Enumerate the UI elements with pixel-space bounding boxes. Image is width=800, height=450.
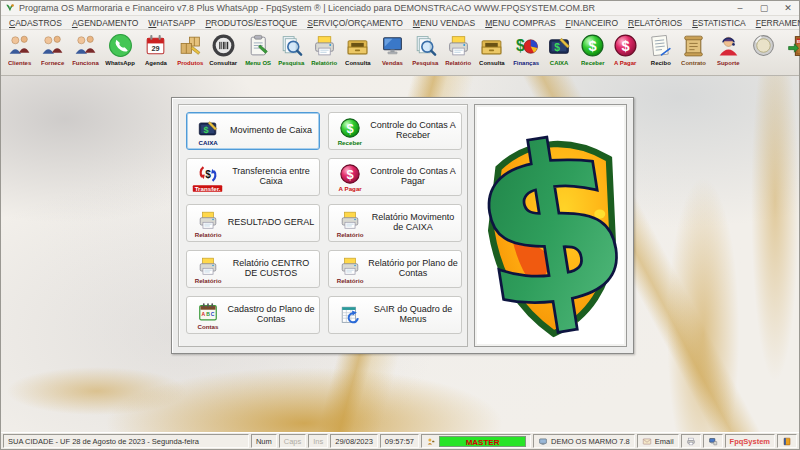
support-agent-icon xyxy=(716,33,741,58)
receivable-dollar-icon xyxy=(338,117,362,139)
svg-text:$: $ xyxy=(482,111,620,341)
calendar-icon xyxy=(143,33,168,58)
window-title: Programa OS Marmoraria e Financeiro v7.8… xyxy=(19,3,727,13)
toolbar-whatsapp-button[interactable]: WhatsApp xyxy=(104,31,137,74)
toolbar-a-pagar-button[interactable]: A Pagar xyxy=(609,31,642,74)
menu-agendamento[interactable]: AGENDAMENTO xyxy=(67,18,143,28)
menu-vendas[interactable]: MENU VENDAS xyxy=(408,18,480,28)
status-system-version: DEMO OS MARMO 7.8 xyxy=(533,434,635,448)
resultado-geral-button[interactable]: Relatório RESULTADO GERAL xyxy=(186,204,320,242)
finance-pie-icon xyxy=(514,33,539,58)
payable-dollar-icon xyxy=(613,33,638,58)
barcode-icon xyxy=(211,33,236,58)
close-button[interactable]: ✕ xyxy=(781,2,795,15)
menu-financeiro[interactable]: FINANCEIRO xyxy=(561,18,623,28)
user-key-icon xyxy=(426,437,436,446)
menu-compras[interactable]: MENU COMPRAS xyxy=(480,18,560,28)
whatsapp-icon xyxy=(108,33,133,58)
contas-a-receber-button[interactable]: Receber Controle do Contas A Receber xyxy=(328,112,462,150)
monitor-icon xyxy=(380,33,405,58)
clients-icon xyxy=(7,33,32,58)
toolbar-consultar-button[interactable]: Consultar xyxy=(207,31,240,74)
menu-buttons-panel: CAIXA Movimento de Caixa Receber Control… xyxy=(178,104,468,347)
cash-ledger-icon xyxy=(196,117,220,139)
file-drawer-icon xyxy=(479,33,504,58)
toolbar-caixa-button[interactable]: CAIXA xyxy=(543,31,576,74)
system-icon xyxy=(538,437,548,446)
suppliers-icon xyxy=(40,33,65,58)
help-book-icon xyxy=(782,437,792,446)
toolbar-os-pesquisa-button[interactable]: Pesquisa xyxy=(275,31,308,74)
search-icon xyxy=(413,33,438,58)
toolbar-produtos-button[interactable]: Produtos xyxy=(174,31,207,74)
report-printer-icon xyxy=(446,33,471,58)
toolbar-clientes-button[interactable]: Clientes xyxy=(3,31,36,74)
contract-scroll-icon xyxy=(681,33,706,58)
report-printer-icon xyxy=(338,209,362,231)
toolbar-menu-os-button[interactable]: Menu OS xyxy=(242,31,275,74)
toolbar-financas-button[interactable]: Finanças xyxy=(510,31,543,74)
toolbar-contrato-button[interactable]: Contrato xyxy=(677,31,710,74)
menu-whatsapp[interactable]: WHATSAPP xyxy=(143,18,200,28)
report-printer-icon xyxy=(338,255,362,277)
menu-ferramentas[interactable]: FERRAMENTAS xyxy=(751,18,800,28)
menubar: CADASTROS AGENDAMENTO WHATSAPP PRODUTOS/… xyxy=(1,16,799,30)
toolbar-vendas-pesquisa-button[interactable]: Pesquisa xyxy=(409,31,442,74)
receipt-icon xyxy=(648,33,673,58)
menu-relatorios[interactable]: RELATÓRIOS xyxy=(623,18,687,28)
printer-icon xyxy=(686,437,696,446)
status-caps-lock: Caps xyxy=(279,434,307,448)
movimento-de-caixa-button[interactable]: CAIXA Movimento de Caixa xyxy=(186,112,320,150)
email-icon xyxy=(642,437,652,446)
menu-servico-orcamento[interactable]: SERVIÇO/ORÇAMENTO xyxy=(302,18,408,28)
order-clipboard-icon xyxy=(246,33,271,58)
status-location: SUA CIDADE - UF 28 de Agosto de 2023 - S… xyxy=(3,434,249,448)
report-printer-icon xyxy=(196,255,220,277)
contas-a-pagar-button[interactable]: A Pagar Controle do Contas A Pagar xyxy=(328,158,462,196)
status-brand: FpqSystem xyxy=(725,434,775,448)
toolbar-suporte-button[interactable]: Suporte xyxy=(712,31,745,74)
toolbar-vendas-relatorio-button[interactable]: Relatório xyxy=(442,31,475,74)
status-insert: Ins xyxy=(308,434,328,448)
status-printer[interactable] xyxy=(681,434,701,448)
toolbar-recibo-button[interactable]: Recibo xyxy=(644,31,677,74)
toolbar-os-relatorio-button[interactable]: Relatório xyxy=(308,31,341,74)
app-logo-icon xyxy=(5,3,15,13)
status-date: 29/08/2023 xyxy=(330,434,378,448)
cadastro-plano-de-contas-button[interactable]: Contas Cadastro do Plano de Contas xyxy=(186,296,320,334)
toolbar-fornecedores-button[interactable]: Fornece xyxy=(36,31,69,74)
menu-estatistica[interactable]: ESTATISTICA xyxy=(687,18,751,28)
relatorio-plano-de-contas-button[interactable]: Relatório Relatório por Plano de Contas xyxy=(328,250,462,288)
status-email[interactable]: Email xyxy=(637,434,679,448)
relatorio-movimento-caixa-button[interactable]: Relatório Relatório Movimento de CAIXA xyxy=(328,204,462,242)
client-area: CAIXA Movimento de Caixa Receber Control… xyxy=(1,76,799,434)
toolbar-coin-button[interactable] xyxy=(747,31,780,74)
titlebar: Programa OS Marmoraria e Financeiro v7.8… xyxy=(1,1,799,16)
status-time: 09:57:57 xyxy=(380,434,419,448)
toolbar-receber-button[interactable]: Receber xyxy=(576,31,609,74)
minimize-button[interactable]: – xyxy=(733,2,747,15)
maximize-button[interactable]: ▢ xyxy=(757,2,771,15)
menu-cadastros[interactable]: CADASTROS xyxy=(4,18,67,28)
status-workstation[interactable] xyxy=(703,434,723,448)
workstation-icon xyxy=(708,437,718,446)
coin-icon xyxy=(751,33,776,58)
relatorio-centro-de-custos-button[interactable]: Relatório Relatório CENTRO DE CUSTOS xyxy=(186,250,320,288)
toolbar-agenda-button[interactable]: Agenda xyxy=(139,31,172,74)
sair-quadro-de-menus-button[interactable]: SAIR do Quadro de Menus xyxy=(328,296,462,334)
transferencia-entre-caixa-button[interactable]: Transfer. Transferencia entre Caixa xyxy=(186,158,320,196)
employees-icon xyxy=(73,33,98,58)
statusbar: SUA CIDADE - UF 28 de Agosto de 2023 - S… xyxy=(1,432,799,449)
menu-produtos-estoque[interactable]: PRODUTOS/ESTOQUE xyxy=(200,18,302,28)
toolbar-exit-button[interactable] xyxy=(782,31,800,74)
report-printer-icon xyxy=(196,209,220,231)
status-user-name: MASTER xyxy=(439,436,526,447)
exit-door-icon xyxy=(786,33,800,58)
toolbar-vendas-button[interactable]: Vendas xyxy=(376,31,409,74)
toolbar-funcionarios-button[interactable]: Funciona xyxy=(69,31,102,74)
status-help[interactable] xyxy=(777,434,797,448)
toolbar-vendas-consulta-button[interactable]: Consulta xyxy=(475,31,508,74)
receivable-dollar-icon xyxy=(580,33,605,58)
toolbar-os-consulta-button[interactable]: Consulta xyxy=(341,31,374,74)
status-num-lock: Num xyxy=(251,434,277,448)
